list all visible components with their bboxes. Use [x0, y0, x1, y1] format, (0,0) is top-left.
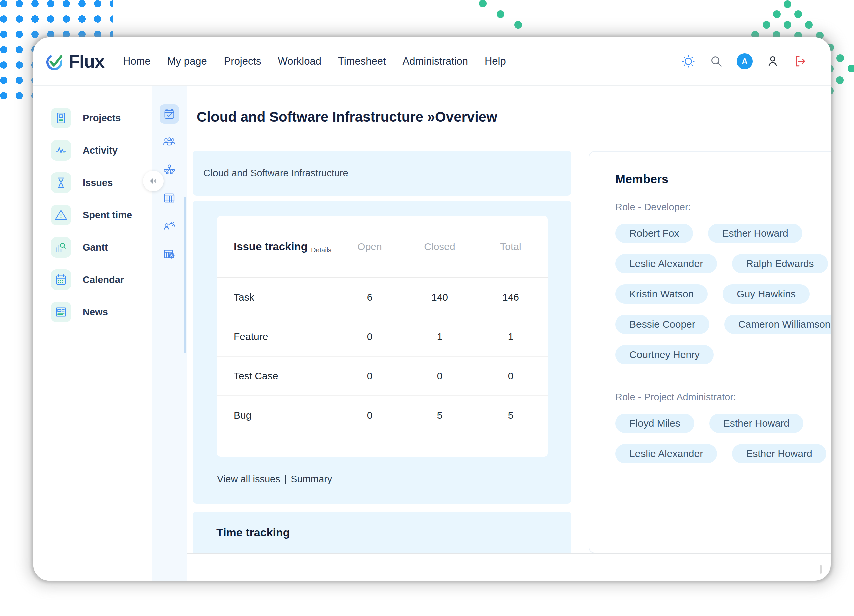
issue-links: View all issues|Summary	[217, 474, 572, 485]
member-pill-esther-howard[interactable]: Esther Howard	[732, 444, 826, 463]
page-canvas: Flux HomeMy pageProjectsWorkloadTimeshee…	[0, 0, 854, 616]
member-pill-esther-howard[interactable]: Esther Howard	[708, 224, 802, 243]
issue-task-open[interactable]: 6	[334, 292, 406, 303]
issue-test-case-open[interactable]: 0	[334, 370, 406, 382]
links-separator: |	[284, 474, 287, 484]
member-pill-kristin-watson[interactable]: Kristin Watson	[616, 284, 708, 304]
nav-item-projects[interactable]: Projects	[224, 55, 261, 67]
minibar-calendar-settings-icon[interactable]	[160, 244, 179, 264]
time-tracking-title: Time tracking	[216, 526, 290, 539]
summary-link[interactable]: Summary	[291, 474, 332, 484]
minibar-workload-gauge-icon[interactable]	[160, 216, 179, 236]
logo-check-icon	[43, 50, 66, 72]
member-pill-cameron-williamson[interactable]: Cameron Williamson	[724, 315, 831, 334]
green-dot	[805, 21, 813, 29]
logout-icon[interactable]	[793, 54, 807, 68]
issue-bug-closed[interactable]: 5	[406, 410, 474, 421]
green-dot	[479, 0, 487, 7]
issue-test-case-closed[interactable]: 0	[406, 370, 474, 382]
issue-feature-closed[interactable]: 1	[406, 331, 474, 342]
issue-task-closed[interactable]: 140	[406, 292, 474, 303]
search-icon[interactable]	[709, 54, 724, 69]
role-label: Role - Project Administrator:	[616, 392, 831, 403]
member-pill-courtney-henry[interactable]: Courtney Henry	[616, 345, 714, 364]
member-pill-guy-hawkins[interactable]: Guy Hawkins	[723, 284, 810, 304]
activity-icon	[51, 140, 72, 161]
member-row: Kristin WatsonGuy Hawkins	[616, 284, 831, 304]
sidebar-item-label: Spent time	[83, 210, 132, 221]
member-pill-robert-fox[interactable]: Robert Fox	[616, 224, 693, 243]
brand-logo[interactable]: Flux	[43, 50, 104, 72]
nav-item-timesheet[interactable]: Timesheet	[338, 55, 386, 67]
content-bottom-divider	[187, 553, 831, 554]
news-icon	[51, 302, 72, 322]
member-pill-bessie-cooper[interactable]: Bessie Cooper	[616, 315, 709, 334]
minibar-table-icon[interactable]	[160, 188, 179, 208]
sidebar-collapse-button[interactable]	[143, 171, 164, 191]
members-title: Members	[616, 172, 831, 186]
member-pill-ralph-edwards[interactable]: Ralph Edwards	[732, 254, 828, 273]
theme-sun-icon[interactable]	[680, 54, 696, 69]
issue-tracking-card: Issue tracking Details Open Closed Total…	[217, 216, 548, 457]
member-pill-floyd-miles[interactable]: Floyd Miles	[616, 414, 694, 433]
brand-name: Flux	[69, 51, 104, 71]
project-banner[interactable]: Cloud and Software Infrastructure	[193, 151, 572, 196]
chevrons-left-icon	[148, 176, 159, 186]
issue-task-total[interactable]: 146	[474, 292, 548, 303]
member-pill-esther-howard[interactable]: Esther Howard	[709, 414, 803, 433]
issue-feature-total[interactable]: 1	[474, 331, 548, 342]
time-tracking-panel: Time tracking	[193, 512, 572, 553]
sidebar-item-projects[interactable]: Projects	[51, 108, 152, 128]
sidebar-item-calendar[interactable]: Calendar	[51, 269, 152, 290]
mini-sidebar-scrollbar[interactable]	[184, 197, 186, 353]
nav-item-my-page[interactable]: My page	[168, 55, 207, 67]
sidebar-item-news[interactable]: News	[51, 302, 152, 322]
issue-test-case-total[interactable]: 0	[474, 370, 548, 382]
mini-sidebar	[152, 86, 187, 581]
nav-item-help[interactable]: Help	[485, 55, 506, 67]
issue-test-case-type: Test Case	[217, 370, 334, 382]
issue-feature-type: Feature	[217, 331, 334, 342]
issue-tracking-details-link[interactable]: Details	[311, 246, 331, 254]
projects-icon	[51, 108, 72, 128]
account-person-icon[interactable]	[765, 54, 780, 68]
role-label: Role - Developer:	[616, 202, 831, 213]
issue-bug-open[interactable]: 0	[334, 410, 406, 421]
page-title: Cloud and Software Infrastructure »Overv…	[197, 109, 497, 125]
sidebar-item-activity[interactable]: Activity	[51, 140, 152, 161]
sidebar-item-gantt[interactable]: Gantt	[51, 237, 152, 258]
main-nav: HomeMy pageProjectsWorkloadTimesheetAdmi…	[123, 55, 506, 67]
user-avatar[interactable]: A	[737, 53, 753, 69]
member-pill-leslie-alexander[interactable]: Leslie Alexander	[616, 444, 717, 463]
minibar-team-icon[interactable]	[160, 132, 179, 152]
issue-table-header: Issue tracking Details Open Closed Total	[217, 216, 548, 278]
green-dot	[773, 10, 781, 18]
app-window: Flux HomeMy pageProjectsWorkloadTimeshee…	[34, 37, 831, 581]
nav-item-workload[interactable]: Workload	[278, 55, 321, 67]
member-row: Floyd MilesEsther Howard	[616, 414, 831, 433]
green-dot	[762, 21, 770, 29]
member-row: Leslie AlexanderEsther Howard	[616, 444, 831, 463]
issue-feature-open[interactable]: 0	[334, 331, 406, 342]
green-dot	[514, 21, 522, 29]
issues-icon	[51, 172, 72, 193]
nav-item-administration[interactable]: Administration	[403, 55, 468, 67]
column-header-closed: Closed	[406, 241, 474, 252]
left-sidebar: ProjectsActivityIssuesSpent timeGanttCal…	[34, 86, 152, 581]
sidebar-item-label: News	[83, 307, 108, 318]
nav-item-home[interactable]: Home	[123, 55, 151, 67]
spent-time-icon	[51, 205, 72, 225]
view-all-issues-link[interactable]: View all issues	[217, 474, 280, 484]
scrollbar-tick[interactable]	[820, 565, 822, 574]
column-header-total: Total	[474, 241, 548, 252]
green-dot	[784, 0, 791, 8]
member-pill-leslie-alexander[interactable]: Leslie Alexander	[616, 254, 717, 273]
issue-row-bug: Bug055	[217, 396, 548, 435]
sidebar-item-label: Issues	[83, 177, 113, 188]
minibar-calendar-check-icon[interactable]	[160, 104, 179, 124]
green-dot	[497, 10, 505, 18]
green-dot	[848, 65, 854, 72]
sidebar-item-issues[interactable]: Issues	[51, 172, 152, 193]
issue-bug-total[interactable]: 5	[474, 410, 548, 421]
sidebar-item-spent-time[interactable]: Spent time	[51, 205, 152, 225]
